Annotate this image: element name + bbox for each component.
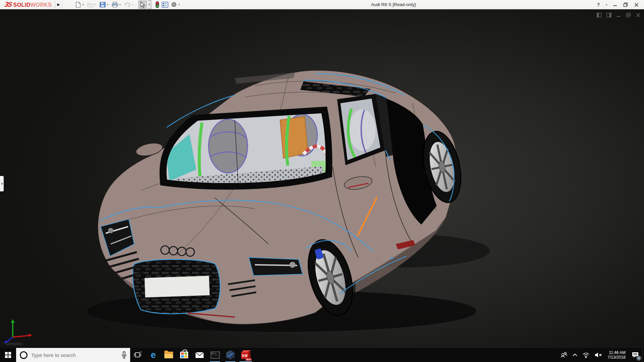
minimize-button[interactable] [610,1,619,9]
command-prompt-button[interactable]: C:\_ [207,348,223,362]
solidworks-logo[interactable]: 3S SOLID WORKS [0,1,55,8]
save-icon [99,1,106,8]
title-bar: 3S SOLID WORKS ▶ ▾ ▾ [0,0,644,9]
composer-button[interactable] [223,348,238,362]
edge-button[interactable]: e [146,348,161,362]
file-explorer-icon [164,352,173,358]
select-tool-dropdown[interactable]: ▾ [148,0,151,9]
microphone-icon[interactable] [121,351,127,359]
people-button[interactable] [558,348,570,362]
gear-icon [170,1,177,8]
taskbar-search[interactable] [16,348,130,362]
start-button[interactable] [0,348,16,362]
tray-overflow-button[interactable] [570,348,580,362]
properties-icon [161,1,169,8]
dassault-3ds-mark: 3S [4,1,12,8]
command-prompt-icon: C:\_ [211,352,220,359]
open-button-disabled: ▾ [87,1,98,9]
file-explorer-button[interactable] [161,348,176,362]
right-headlight[interactable] [249,257,303,276]
store-icon [180,352,188,358]
new-document-icon [75,1,82,8]
print-button[interactable]: ▾ [111,1,122,9]
brand-word-solid: SOLID [13,2,30,8]
windows-logo-icon [5,352,11,358]
license-plate [145,276,210,298]
system-tray: 11:46 AM 7/13/2018 4 [558,348,644,362]
print-icon [111,1,118,8]
edge-icon: e [151,351,156,360]
undo-button-disabled: ▾ [123,1,135,9]
view-orientation-label: *Dimetric [4,341,23,346]
solidworks-taskbar-button[interactable]: SW 2017 [238,348,254,362]
action-center-button[interactable]: 4 [629,348,642,362]
composer-hexagon-icon [226,350,235,360]
graphics-area[interactable]: *Dimetric [0,9,644,348]
wifi-icon [582,352,590,358]
options-button[interactable]: ▾ [170,1,181,9]
front-grille[interactable] [133,259,220,314]
quick-access-toolbar: ▾ ▾ ▾ ▾ [74,0,182,9]
search-input[interactable] [31,352,118,358]
document-title: Audi R8 S [Read-only] [371,2,416,7]
restore-button[interactable] [621,1,630,9]
solidworks-window: 3S SOLID WORKS ▶ ▾ ▾ [0,0,644,362]
mail-button[interactable] [192,348,207,362]
notification-badge: 4 [636,356,641,361]
dropdown-caret[interactable]: ▾ [107,3,108,6]
people-icon [560,352,568,358]
menu-flyout-arrow[interactable]: ▶ [55,1,62,9]
new-document-button[interactable]: ▾ [74,1,86,9]
select-tool-button[interactable] [139,1,147,9]
taskbar-clock[interactable]: 11:46 AM 7/13/2018 [605,348,629,362]
dropdown-caret: ▾ [132,3,133,6]
clock-time: 11:46 AM [609,350,626,355]
dropdown-caret[interactable]: ▾ [83,3,84,6]
mail-icon [195,352,204,358]
dropdown-caret: ▾ [95,3,96,6]
reference-triad [1,317,35,343]
volume-button[interactable] [592,348,605,362]
stoplight-icon [155,1,160,8]
open-icon [87,1,94,8]
network-button[interactable] [580,348,592,362]
windows-taskbar: e C:\_ [0,348,644,362]
window-controls: ? ▾ [594,0,641,9]
dropdown-caret[interactable]: ▾ [119,3,121,6]
show-desktop-button[interactable] [642,348,644,362]
task-view-icon [134,351,142,359]
model-audi-r8[interactable] [0,9,644,348]
brand-word-works: WORKS [31,2,52,8]
properties-button[interactable] [161,1,169,9]
dropdown-caret[interactable]: ▾ [178,3,180,6]
windshield[interactable] [160,107,332,190]
task-view-button[interactable] [130,348,146,362]
solidworks-2017-icon: SW 2017 [241,350,251,360]
undo-icon [124,1,131,8]
cortana-icon [19,351,28,359]
store-button[interactable] [176,348,192,362]
volume-muted-icon [594,352,602,358]
select-cursor-icon [139,1,146,8]
save-button[interactable]: ▾ [99,1,110,9]
clock-date: 7/13/2018 [608,355,626,360]
help-dropdown-caret[interactable]: ▾ [606,3,607,6]
close-button[interactable] [632,1,641,9]
rebuild-stoplight-button[interactable] [155,1,160,9]
help-button[interactable]: ? [594,1,603,9]
chevron-up-icon [572,353,578,357]
taskbar-apps: e C:\_ [130,348,254,362]
